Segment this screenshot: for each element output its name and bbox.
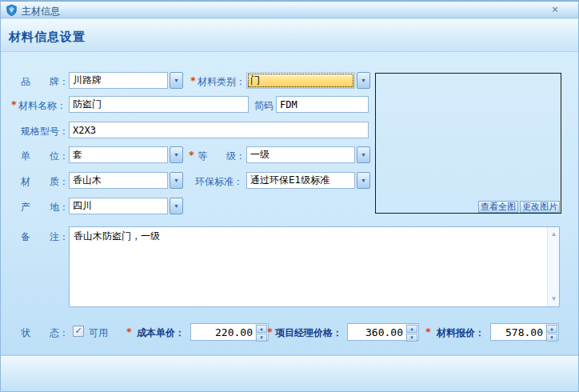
unit-label: 单 位：	[21, 150, 69, 163]
quote-price-label: 材料报价：	[437, 326, 485, 340]
grade-combo: ▼	[246, 146, 370, 163]
material-label: 材 质：	[21, 175, 69, 189]
env-combo: ▼	[246, 172, 370, 189]
change-image-button[interactable]: 更改图片	[520, 201, 560, 213]
cost-price-input[interactable]	[191, 324, 255, 340]
spin-down-icon[interactable]: ▼	[406, 334, 417, 342]
spin-down-icon[interactable]: ▼	[546, 334, 557, 342]
env-label: 环保标准：	[195, 175, 243, 189]
remark-box: 香山木防盗门，一级 ▲ ▼	[69, 226, 560, 307]
material-input[interactable]	[69, 172, 168, 189]
category-input[interactable]	[246, 72, 355, 89]
check-icon: ✓	[74, 326, 82, 336]
short-code-label: 简码	[254, 99, 274, 113]
remark-textarea[interactable]: 香山木防盗门，一级	[70, 227, 547, 306]
material-image-box: 查看全图 更改图片	[375, 73, 561, 214]
category-required-mark: *	[190, 74, 196, 86]
cost-spin-buttons: ▲ ▼	[255, 324, 268, 340]
remark-label: 备 注：	[21, 230, 69, 244]
brand-label: 品 牌：	[21, 75, 69, 89]
category-label: 材料类别：	[198, 75, 246, 89]
quote-spin-buttons: ▲ ▼	[545, 324, 558, 340]
shield-icon	[6, 4, 18, 16]
env-dropdown-icon[interactable]: ▼	[357, 172, 370, 189]
page-title: 材料信息设置	[9, 30, 86, 45]
title-bar: 主材信息 ×	[1, 1, 578, 18]
origin-dropdown-icon[interactable]: ▼	[170, 198, 183, 214]
window-title: 主材信息	[22, 5, 60, 18]
material-info-dialog: 主材信息 × 材料信息设置 品 牌： ▼ * 材料类别： ▼ * 材料名称： 简…	[0, 0, 579, 392]
quote-price-spinner: ▲ ▼	[490, 323, 559, 341]
material-combo: ▼	[69, 172, 183, 189]
pm-price-required-mark: *	[267, 326, 273, 338]
origin-input[interactable]	[69, 198, 168, 214]
cost-price-spinner: ▲ ▼	[190, 323, 269, 341]
status-checkbox[interactable]: ✓	[73, 326, 84, 337]
status-label: 状 态：	[21, 326, 69, 340]
category-dropdown-icon[interactable]: ▼	[357, 72, 370, 89]
footer-bar: 保 存 取 消	[1, 356, 578, 392]
close-icon[interactable]: ×	[549, 3, 561, 16]
spin-up-icon[interactable]: ▲	[256, 325, 267, 333]
brand-input[interactable]	[69, 72, 168, 89]
pm-price-spinner: ▲ ▼	[347, 323, 419, 341]
scroll-up-icon[interactable]: ▲	[548, 229, 560, 240]
unit-input[interactable]	[69, 146, 168, 163]
view-full-image-button[interactable]: 查看全图	[478, 201, 518, 213]
category-combo: ▼	[246, 72, 370, 89]
image-buttons: 查看全图 更改图片	[478, 201, 560, 213]
remark-scrollbar[interactable]: ▲ ▼	[547, 227, 559, 306]
env-input[interactable]	[246, 172, 355, 189]
grade-label: 等 级：	[198, 150, 246, 163]
material-dropdown-icon[interactable]: ▼	[170, 172, 183, 189]
quote-required-mark: *	[425, 326, 431, 338]
brand-combo: ▼	[69, 72, 183, 89]
pm-spin-buttons: ▲ ▼	[405, 324, 418, 340]
brand-dropdown-icon[interactable]: ▼	[170, 72, 183, 89]
origin-combo: ▼	[69, 198, 183, 214]
short-code-input[interactable]	[276, 96, 369, 113]
unit-combo: ▼	[69, 146, 183, 163]
status-option-label: 可用	[89, 326, 108, 340]
section-header: 材料信息设置	[1, 19, 578, 52]
unit-dropdown-icon[interactable]: ▼	[170, 146, 183, 163]
pm-price-input[interactable]	[348, 324, 405, 340]
quote-price-input[interactable]	[491, 324, 545, 340]
spin-down-icon[interactable]: ▼	[256, 334, 267, 342]
name-required-mark: *	[11, 98, 17, 110]
spin-up-icon[interactable]: ▲	[406, 325, 417, 333]
spec-label: 规格型号：	[21, 125, 69, 138]
grade-required-mark: *	[189, 149, 194, 161]
spec-input[interactable]	[69, 122, 369, 138]
scroll-down-icon[interactable]: ▼	[548, 294, 560, 305]
spin-up-icon[interactable]: ▲	[546, 325, 557, 333]
name-label: 材料名称：	[18, 99, 66, 113]
cost-price-label: 成本单价：	[137, 326, 185, 340]
origin-label: 产 地：	[21, 201, 69, 214]
pm-price-label: 项目经理价格：	[275, 326, 342, 340]
name-input[interactable]	[69, 96, 249, 113]
grade-input[interactable]	[246, 146, 355, 163]
grade-dropdown-icon[interactable]: ▼	[357, 146, 370, 163]
cost-required-mark: *	[126, 326, 132, 338]
